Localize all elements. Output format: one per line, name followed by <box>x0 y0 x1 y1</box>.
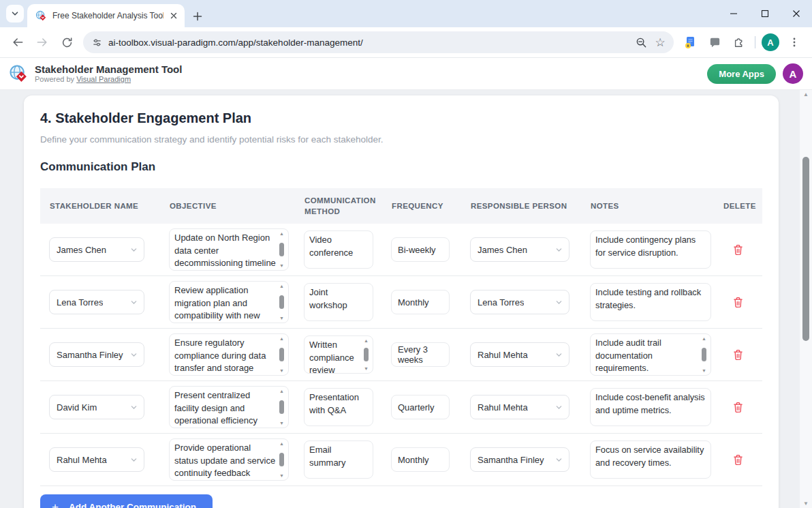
page-background: 4. Stakeholder Engagement Plan Define yo… <box>0 90 812 508</box>
textarea-scrollbar[interactable]: ▲▼ <box>277 284 286 320</box>
notes-textarea[interactable]: Include contingency plans for service di… <box>590 230 711 269</box>
url-bar[interactable]: ai-toolbox.visual-paradigm.com/app/stake… <box>83 31 674 53</box>
objective-textarea[interactable]: Provide operational status update and se… <box>169 438 289 481</box>
responsible-select-value: James Chen <box>478 245 527 255</box>
visual-paradigm-logo <box>9 64 29 84</box>
frequency-value: Quarterly <box>398 402 434 413</box>
objective-textarea[interactable]: Update on North Region data center decom… <box>169 228 289 271</box>
section-title: 4. Stakeholder Engagement Plan <box>40 109 762 127</box>
textarea-scrollbar[interactable]: ▲▼ <box>277 441 286 478</box>
objective-textarea[interactable]: Ensure regulatory compliance during data… <box>169 333 289 376</box>
responsible-person-select[interactable]: Lena Torres <box>470 290 569 314</box>
minimize-button[interactable] <box>718 0 749 27</box>
frequency-input[interactable]: Monthly <box>391 290 450 314</box>
method-textarea[interactable]: Written compliance review ▲▼ <box>304 335 373 374</box>
maximize-button[interactable] <box>749 0 781 27</box>
bookmark-button[interactable]: ☆ <box>651 33 670 52</box>
close-button[interactable] <box>781 0 812 27</box>
trash-icon <box>733 402 743 413</box>
chevron-down-icon <box>11 10 19 18</box>
tab-search-button[interactable] <box>6 5 24 23</box>
textarea-scrollbar[interactable]: ▲▼ <box>362 338 371 371</box>
notes-textarea[interactable]: Include audit trail documentation requir… <box>590 333 711 376</box>
frequency-input[interactable]: Bi-weekly <box>391 237 450 262</box>
notes-text: Focus on service availability and recove… <box>591 441 710 472</box>
url-text[interactable]: ai-toolbox.visual-paradigm.com/app/stake… <box>108 38 631 48</box>
reload-button[interactable] <box>56 31 78 53</box>
notes-textarea[interactable]: Include cost-benefit analysis and uptime… <box>590 388 711 426</box>
delete-button[interactable] <box>730 294 746 311</box>
delete-button[interactable] <box>730 241 746 258</box>
user-avatar[interactable]: A <box>783 63 803 84</box>
docs-extension-button[interactable] <box>679 31 701 53</box>
table-row: Samantha Finley Ensure regulatory compli… <box>40 329 762 381</box>
frequency-input[interactable]: Quarterly <box>391 395 450 419</box>
method-textarea[interactable]: Joint workshop <box>304 283 373 321</box>
stakeholder-select[interactable]: Rahul Mehta <box>49 447 144 472</box>
powered-by-prefix: Powered by <box>35 75 76 83</box>
scrollbar-thumb[interactable] <box>802 157 809 341</box>
responsible-person-select[interactable]: Samantha Finley <box>470 447 569 472</box>
window-controls <box>718 0 812 27</box>
scroll-up-icon[interactable]: ▲ <box>803 92 809 97</box>
responsible-select-value: Samantha Finley <box>478 455 544 465</box>
textarea-scrollbar[interactable]: ▲▼ <box>277 231 286 268</box>
scroll-down-icon[interactable]: ▼ <box>803 501 809 506</box>
method-textarea[interactable]: Video conference <box>304 230 373 269</box>
visual-paradigm-link[interactable]: Visual Paradigm <box>76 75 131 83</box>
responsible-select-value: Rahul Mehta <box>478 350 528 360</box>
site-info-icon[interactable] <box>92 38 102 48</box>
back-button[interactable] <box>7 31 29 53</box>
tab-strip: Free Stakeholder Analysis Tool | <box>0 0 812 27</box>
notes-text: Include contingency plans for service di… <box>591 231 710 262</box>
objective-textarea[interactable]: Present centralized facility design and … <box>169 386 289 428</box>
stakeholder-select[interactable]: James Chen <box>49 237 144 262</box>
browser-tab[interactable]: Free Stakeholder Analysis Tool | <box>27 4 185 27</box>
textarea-scrollbar[interactable]: ▲▼ <box>277 389 286 425</box>
page-scrollbar[interactable]: ▲ ▼ <box>800 90 812 508</box>
zoom-button[interactable] <box>631 33 651 52</box>
chat-extension-button[interactable] <box>704 31 725 53</box>
delete-button[interactable] <box>730 346 746 363</box>
frequency-input[interactable]: Monthly <box>391 447 450 472</box>
objective-textarea[interactable]: Review application migration plan and co… <box>169 281 289 323</box>
toolbar-separator <box>755 36 755 48</box>
delete-button[interactable] <box>730 451 746 468</box>
chevron-down-icon <box>555 456 563 464</box>
table-title: Communication Plan <box>40 160 762 175</box>
new-tab-button[interactable] <box>193 12 202 21</box>
responsible-person-select[interactable]: Rahul Mehta <box>470 342 569 367</box>
method-textarea[interactable]: Presentation with Q&A <box>304 388 373 426</box>
textarea-scrollbar[interactable]: ▲▼ <box>700 336 708 373</box>
stakeholder-select[interactable]: David Kim <box>49 395 144 419</box>
stakeholder-select[interactable]: Lena Torres <box>49 290 144 314</box>
browser-menu-button[interactable] <box>783 31 805 53</box>
forward-arrow-icon <box>35 35 49 49</box>
extensions-button[interactable] <box>728 31 750 53</box>
chevron-down-icon <box>555 299 563 306</box>
add-another-communication-button[interactable]: + Add Another Communication <box>40 494 213 508</box>
responsible-person-select[interactable]: James Chen <box>470 237 569 262</box>
textarea-scrollbar[interactable]: ▲▼ <box>277 336 286 373</box>
stakeholder-select[interactable]: Samantha Finley <box>49 342 144 367</box>
back-arrow-icon <box>11 35 25 49</box>
notes-textarea[interactable]: Focus on service availability and recove… <box>590 440 711 479</box>
frequency-input[interactable]: Every 3 weeks <box>391 342 450 367</box>
chevron-down-icon <box>130 404 138 411</box>
tab-title: Free Stakeholder Analysis Tool | <box>52 11 163 20</box>
col-header-objective: OBJECTIVE <box>160 200 295 211</box>
browser-toolbar: ai-toolbox.visual-paradigm.com/app/stake… <box>0 27 812 58</box>
more-apps-button[interactable]: More Apps <box>707 64 776 84</box>
col-header-notes: NOTES <box>581 200 714 211</box>
frequency-value: Bi-weekly <box>398 245 436 255</box>
tab-close-icon[interactable] <box>168 10 179 22</box>
chevron-down-icon <box>130 246 138 254</box>
responsible-person-select[interactable]: Rahul Mehta <box>470 395 569 419</box>
frequency-value: Every 3 weeks <box>398 344 443 365</box>
stakeholder-select-value: Samantha Finley <box>57 350 123 360</box>
delete-button[interactable] <box>730 399 746 416</box>
notes-textarea[interactable]: Include testing and rollback strategies. <box>590 283 711 321</box>
method-textarea[interactable]: Email summary <box>304 440 373 479</box>
browser-avatar[interactable]: A <box>762 33 779 51</box>
forward-button[interactable] <box>31 31 53 53</box>
